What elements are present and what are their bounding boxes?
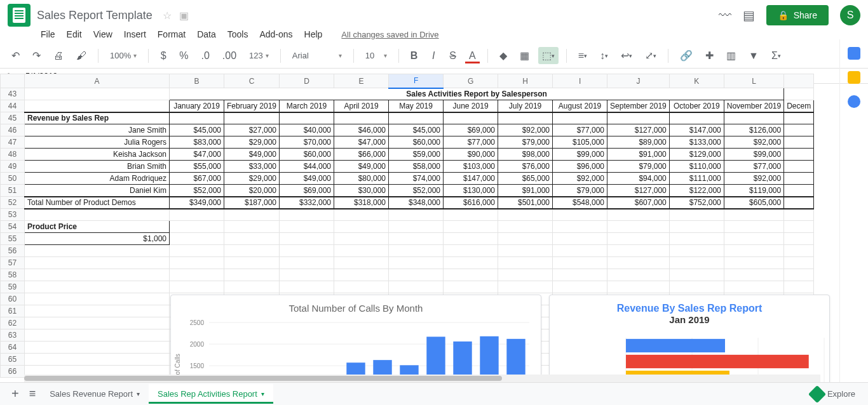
row-header[interactable]: 53 (1, 209, 25, 221)
comment-icon[interactable]: ✚ (702, 47, 717, 64)
paint-format-icon[interactable]: 🖌 (72, 48, 90, 64)
svg-text:2500: 2500 (190, 319, 205, 326)
chart-calls-by-month[interactable]: Total Number of Calls By Month 050010001… (170, 295, 541, 382)
add-sheet-button[interactable]: + (6, 383, 24, 405)
chart-revenue-by-rep[interactable]: Revenue By Sales Rep Report Jan 2019 Mon… (549, 295, 830, 382)
row-header[interactable]: 57 (1, 257, 25, 269)
svg-rect-31 (626, 339, 725, 352)
wrap-icon[interactable]: ↩▾ (617, 47, 636, 64)
svg-text:2000: 2000 (190, 341, 205, 348)
menu-edit[interactable]: Edit (62, 27, 87, 42)
rotate-icon[interactable]: ⤢▾ (641, 47, 660, 64)
lock-icon: 🔒 (778, 10, 789, 20)
menu-help[interactable]: Help (299, 27, 328, 42)
fontsize-select[interactable]: 10▾ (362, 50, 391, 62)
font-select[interactable]: Arial▾ (288, 50, 346, 62)
row-header[interactable]: 50 (1, 173, 25, 185)
row-header[interactable]: 51 (1, 185, 25, 197)
italic-icon[interactable]: I (426, 48, 440, 64)
zoom-select[interactable]: 100%▾ (106, 50, 140, 62)
row-header[interactable]: 45 (1, 112, 25, 124)
fill-color-icon[interactable]: ◆ (496, 47, 511, 64)
trend-icon[interactable]: 〰 (719, 8, 731, 23)
sheets-logo[interactable] (8, 4, 31, 27)
tab-sales-rep-activities[interactable]: Sales Rep Activities Report▾ (149, 384, 273, 404)
row-header[interactable]: 59 (1, 281, 25, 293)
filter-icon[interactable]: ▼ (745, 48, 763, 64)
col-header[interactable]: L (724, 74, 783, 88)
all-sheets-button[interactable]: ≡ (24, 383, 41, 404)
col-header[interactable]: F (389, 74, 444, 88)
menu-format[interactable]: Format (153, 27, 191, 42)
row-header[interactable]: 48 (1, 149, 25, 161)
redo-icon[interactable]: ↷ (29, 47, 44, 64)
chart-icon[interactable]: ▥ (722, 47, 740, 64)
svg-text:1500: 1500 (190, 362, 205, 369)
menu-data[interactable]: Data (192, 27, 221, 42)
col-header[interactable]: I (553, 74, 607, 88)
col-header[interactable]: E (334, 74, 389, 88)
row-header[interactable]: 58 (1, 269, 25, 281)
row-header[interactable]: 47 (1, 136, 25, 149)
tab-sales-revenue[interactable]: Sales Revenue Report▾ (41, 384, 149, 404)
col-header[interactable]: G (444, 74, 498, 88)
tasks-sideicon[interactable] (848, 95, 860, 108)
row-header[interactable]: 55 (1, 233, 25, 245)
print-icon[interactable]: 🖨 (50, 48, 67, 64)
menu-file[interactable]: File (36, 27, 60, 42)
row-header[interactable]: 63 (1, 329, 25, 342)
menu-tools[interactable]: Tools (222, 27, 254, 42)
row-header[interactable]: 62 (1, 317, 25, 329)
undo-icon[interactable]: ↶ (8, 47, 24, 64)
col-header[interactable]: B (170, 74, 224, 88)
row-header[interactable]: 54 (1, 221, 25, 233)
keep-sideicon[interactable] (848, 71, 860, 84)
borders-icon[interactable]: ▦ (516, 47, 533, 64)
row-header[interactable]: 49 (1, 161, 25, 173)
col-header[interactable]: C (224, 74, 280, 88)
spreadsheet-grid[interactable]: ABCDEFGHIJKL43Sales Activities Report by… (0, 74, 839, 382)
account-avatar[interactable]: S (840, 5, 860, 25)
row-header[interactable]: 64 (1, 342, 25, 354)
functions-icon[interactable]: Σ▾ (768, 48, 785, 64)
row-header[interactable]: 56 (1, 245, 25, 257)
col-header[interactable]: D (280, 74, 334, 88)
row-header[interactable]: 46 (1, 124, 25, 136)
number-format-select[interactable]: 123▾ (245, 50, 273, 62)
format-currency-icon[interactable]: $ (156, 48, 170, 64)
halign-icon[interactable]: ≡▾ (574, 48, 591, 64)
doc-title[interactable]: Sales Report Template (37, 9, 153, 22)
row-header[interactable]: 61 (1, 305, 25, 317)
explore-button[interactable]: Explore (811, 388, 862, 401)
menu-view[interactable]: View (88, 27, 118, 42)
sheet-tabs-bar: + ≡ Sales Revenue Report▾ Sales Rep Acti… (0, 382, 868, 405)
row-header[interactable]: 52 (1, 197, 25, 209)
row-header[interactable]: 65 (1, 354, 25, 366)
col-header[interactable]: A (25, 74, 170, 88)
star-icon[interactable]: ☆ (163, 10, 172, 22)
row-header[interactable]: 43 (1, 88, 25, 100)
menu-addons[interactable]: Add-ons (254, 27, 297, 42)
row-header[interactable]: 66 (1, 366, 25, 378)
strikethrough-icon[interactable]: S (445, 48, 460, 64)
menu-insert[interactable]: Insert (119, 27, 151, 42)
valign-icon[interactable]: ↕▾ (596, 48, 612, 64)
bold-icon[interactable]: B (407, 48, 422, 64)
move-folder-icon[interactable]: ▣ (179, 10, 189, 22)
link-icon[interactable]: 🔗 (676, 47, 696, 64)
text-color-icon[interactable]: A (465, 48, 480, 63)
calendar-sideicon[interactable] (848, 47, 860, 60)
increase-decimal-icon[interactable]: .00 (219, 48, 240, 64)
format-percent-icon[interactable]: % (175, 48, 192, 64)
horizontal-scrollbar[interactable] (24, 375, 820, 382)
save-status[interactable]: All changes saved in Drive (341, 30, 438, 39)
col-header[interactable]: J (607, 74, 670, 88)
share-button[interactable]: 🔒 Share (766, 5, 829, 25)
col-header[interactable]: K (669, 74, 724, 88)
merge-cells-icon[interactable]: ⬚▾ (538, 47, 559, 64)
row-header[interactable]: 44 (1, 100, 25, 112)
row-header[interactable]: 60 (1, 293, 25, 305)
col-header[interactable]: H (498, 74, 553, 88)
comments-icon[interactable]: ▤ (743, 8, 755, 23)
decrease-decimal-icon[interactable]: .0 (197, 48, 213, 64)
